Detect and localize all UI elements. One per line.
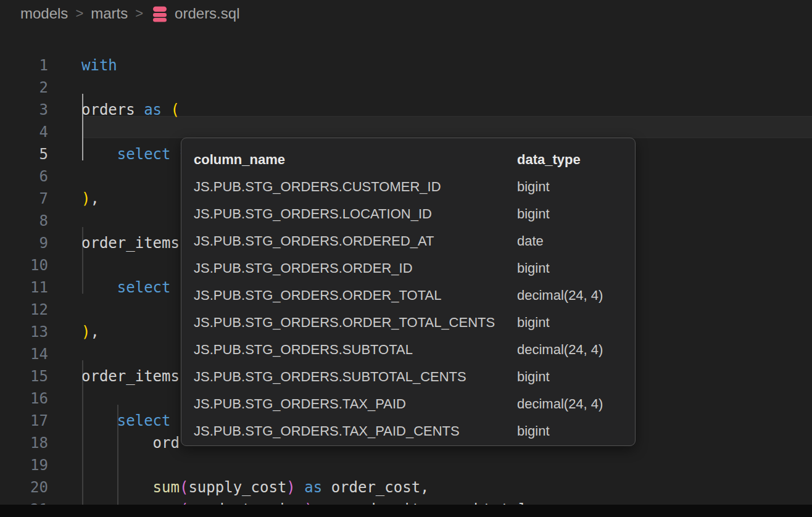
- line-number: 14: [0, 343, 48, 365]
- code-text: select: [81, 410, 171, 432]
- code-line-19[interactable]: 19: [0, 454, 812, 476]
- column-name-cell: JS.PUB.STG_ORDERS.SUBTOTAL_CENTS: [194, 363, 517, 391]
- data-type-cell: bigint: [517, 255, 635, 282]
- column-info-popup: column_name data_type JS.PUB.STG_ORDERS.…: [181, 138, 636, 446]
- data-type-cell: decimal(24, 4): [517, 282, 635, 309]
- column-name-cell: JS.PUB.STG_ORDERS.TAX_PAID_CENTS: [194, 418, 517, 445]
- line-number: 3: [0, 99, 48, 121]
- panel-edge: [0, 505, 812, 517]
- line-number: 16: [0, 387, 48, 410]
- code-text: order_items: [81, 232, 180, 254]
- popup-header-row: column_name data_type: [194, 146, 635, 173]
- popup-header-column-name: column_name: [194, 146, 517, 173]
- breadcrumb-separator-icon: >: [75, 6, 83, 22]
- breadcrumb-file[interactable]: orders.sql: [151, 5, 239, 23]
- line-number: 11: [0, 276, 48, 299]
- line-number: 19: [0, 454, 48, 476]
- data-type-cell: bigint: [517, 363, 635, 391]
- code-text: ),: [81, 188, 99, 210]
- column-name-cell: JS.PUB.STG_ORDERS.TAX_PAID: [194, 391, 517, 418]
- popup-header-data-type: data_type: [517, 146, 635, 173]
- column-row: JS.PUB.STG_ORDERS.LOCATION_IDbigint: [194, 201, 635, 228]
- data-type-cell: decimal(24, 4): [517, 336, 635, 363]
- data-type-cell: bigint: [517, 173, 635, 201]
- column-name-cell: JS.PUB.STG_ORDERS.ORDERED_AT: [194, 228, 517, 255]
- breadcrumb-file-label: orders.sql: [175, 5, 239, 22]
- data-type-cell: decimal(24, 4): [517, 391, 635, 418]
- breadcrumb-item-models[interactable]: models: [20, 5, 68, 22]
- data-type-cell: bigint: [517, 418, 635, 445]
- column-row: JS.PUB.STG_ORDERS.ORDERED_ATdate: [194, 228, 635, 255]
- code-text: with: [81, 54, 117, 77]
- line-number: 8: [0, 210, 48, 232]
- code-text: ord: [81, 432, 180, 454]
- code-text: orders as (: [81, 99, 180, 121]
- column-row: JS.PUB.STG_ORDERS.ORDER_TOTALdecimal(24,…: [194, 282, 635, 309]
- line-number: 1: [0, 54, 48, 77]
- line-number: 7: [0, 188, 48, 210]
- column-row: JS.PUB.STG_ORDERS.ORDER_TOTAL_CENTSbigin…: [194, 309, 635, 336]
- column-row: JS.PUB.STG_ORDERS.ORDER_IDbigint: [194, 255, 635, 282]
- data-type-cell: date: [517, 228, 635, 255]
- line-number: 10: [0, 254, 48, 276]
- line-number: 17: [0, 410, 48, 432]
- line-number: 12: [0, 299, 48, 321]
- column-row: JS.PUB.STG_ORDERS.CUSTOMER_IDbigint: [194, 173, 635, 201]
- line-number: 18: [0, 432, 48, 454]
- code-line-1[interactable]: 1with: [0, 54, 812, 77]
- line-number: 2: [0, 77, 48, 99]
- column-row: JS.PUB.STG_ORDERS.SUBTOTAL_CENTSbigint: [194, 363, 635, 391]
- column-name-cell: JS.PUB.STG_ORDERS.ORDER_ID: [194, 255, 517, 282]
- line-number: 4: [0, 121, 48, 143]
- code-text: ),: [81, 321, 99, 343]
- popup-rows: JS.PUB.STG_ORDERS.CUSTOMER_IDbigintJS.PU…: [194, 173, 635, 445]
- breadcrumb-separator-icon: >: [135, 6, 143, 22]
- column-name-cell: JS.PUB.STG_ORDERS.ORDER_TOTAL_CENTS: [194, 309, 517, 336]
- code-text: sum(supply_cost) as order_cost,: [81, 476, 429, 498]
- column-name-cell: JS.PUB.STG_ORDERS.SUBTOTAL: [194, 336, 517, 363]
- breadcrumb-item-marts[interactable]: marts: [91, 5, 128, 22]
- data-type-cell: bigint: [517, 309, 635, 336]
- column-name-cell: JS.PUB.STG_ORDERS.CUSTOMER_ID: [194, 173, 517, 201]
- code-line-2[interactable]: 2: [0, 77, 812, 99]
- column-row: JS.PUB.STG_ORDERS.TAX_PAIDdecimal(24, 4): [194, 391, 635, 418]
- line-number: 5: [0, 143, 48, 165]
- column-row: JS.PUB.STG_ORDERS.SUBTOTALdecimal(24, 4): [194, 336, 635, 363]
- code-line-20[interactable]: 20 sum(supply_cost) as order_cost,: [0, 476, 812, 498]
- column-name-cell: JS.PUB.STG_ORDERS.LOCATION_ID: [194, 201, 517, 228]
- breadcrumb: models > marts > orders.sql: [0, 0, 812, 27]
- line-number: 9: [0, 232, 48, 254]
- code-text: select: [81, 276, 171, 299]
- line-number: 20: [0, 476, 48, 498]
- line-number: 6: [0, 165, 48, 188]
- line-number: 13: [0, 321, 48, 343]
- database-icon: [151, 5, 169, 23]
- data-type-cell: bigint: [517, 201, 635, 228]
- code-text: order_items: [81, 365, 180, 387]
- column-row: JS.PUB.STG_ORDERS.TAX_PAID_CENTSbigint: [194, 418, 635, 445]
- code-line-3[interactable]: 3orders as (: [0, 99, 812, 121]
- column-name-cell: JS.PUB.STG_ORDERS.ORDER_TOTAL: [194, 282, 517, 309]
- line-number: 15: [0, 365, 48, 387]
